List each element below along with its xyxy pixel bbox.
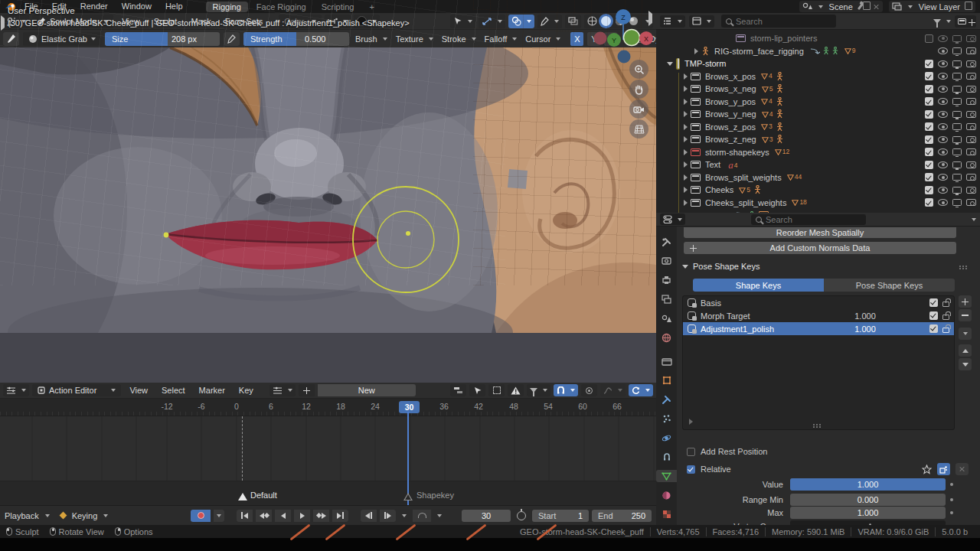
filter-popover[interactable]: [933, 19, 951, 24]
exclude-checkbox[interactable]: [925, 173, 933, 181]
exclude-checkbox[interactable]: [925, 148, 933, 156]
hide-icon[interactable]: [938, 111, 948, 118]
keying-popover[interactable]: [629, 384, 653, 396]
disclosure-icon[interactable]: [684, 174, 688, 181]
hide-icon[interactable]: [938, 123, 948, 130]
outliner-row[interactable]: Brows_y_neg 4: [656, 108, 980, 121]
filter-popover[interactable]: [527, 384, 550, 396]
shape-key-specials-button[interactable]: [959, 328, 972, 340]
disclosure-icon[interactable]: [684, 124, 688, 130]
disclosure-icon[interactable]: [684, 200, 688, 206]
animate-dot[interactable]: [950, 511, 953, 514]
add-rest-checkbox[interactable]: [687, 448, 695, 456]
outliner-row[interactable]: storm-shapekeys 12: [656, 146, 980, 159]
disclosure-icon[interactable]: [684, 161, 688, 168]
viewport-disable-icon[interactable]: [952, 187, 962, 194]
lock-icon[interactable]: [942, 315, 949, 320]
shape-key-row[interactable]: Basis: [683, 296, 954, 309]
auto-key-button[interactable]: [191, 510, 211, 522]
menu-key[interactable]: Key: [234, 386, 259, 395]
editor-type-button[interactable]: [660, 214, 685, 225]
proportional-edit-button[interactable]: [581, 384, 597, 396]
marker-lane[interactable]: [0, 481, 656, 505]
viewport-disable-icon[interactable]: [952, 161, 962, 168]
menu-view[interactable]: View: [124, 386, 153, 395]
camera-view-button[interactable]: [629, 99, 648, 119]
lock-icon[interactable]: [942, 302, 949, 307]
viewport-disable-icon[interactable]: [952, 86, 962, 93]
outliner-row[interactable]: Cheeks_split_weights 18: [656, 197, 980, 210]
tab-pose-shape-keys[interactable]: Pose Shape Keys: [824, 279, 955, 292]
vertex-group-filter-button[interactable]: [937, 463, 950, 475]
exclude-checkbox[interactable]: [925, 72, 933, 80]
disclosure-icon[interactable]: [667, 62, 673, 66]
hide-icon[interactable]: [938, 73, 948, 80]
list-expand-icon[interactable]: [689, 419, 693, 425]
vertex-group-field[interactable]: [790, 520, 946, 525]
start-frame-field[interactable]: Start1: [532, 510, 589, 522]
outliner-row[interactable]: Brows_x_pos 4: [656, 70, 980, 83]
playback-popover[interactable]: Playback: [5, 511, 50, 520]
properties-search-input[interactable]: [766, 215, 861, 224]
editor-type-button[interactable]: [660, 15, 685, 28]
tab-tool[interactable]: [656, 236, 677, 248]
viewport-disable-icon[interactable]: [952, 98, 962, 105]
marker-default-triangle[interactable]: [238, 493, 247, 500]
pan-button[interactable]: [629, 80, 648, 99]
render-disable-icon[interactable]: [966, 174, 976, 181]
hide-icon[interactable]: [938, 98, 948, 105]
disclosure-icon[interactable]: [684, 111, 688, 117]
render-disable-icon[interactable]: [966, 47, 976, 54]
hide-icon[interactable]: [938, 136, 948, 143]
render-disable-icon[interactable]: [966, 60, 976, 67]
tab-scene[interactable]: [656, 312, 677, 324]
timeline-ruler[interactable]: -12 -6 0 6 12 18 24 36 42 48 54 60 66 30: [0, 399, 656, 416]
mute-checkbox[interactable]: [929, 298, 938, 307]
animate-dot[interactable]: [950, 498, 953, 501]
play-button[interactable]: [294, 510, 310, 522]
hide-icon[interactable]: [938, 148, 948, 155]
viewport-disable-icon[interactable]: [952, 60, 962, 67]
list-resize-grip[interactable]: [813, 424, 815, 425]
render-disable-icon[interactable]: [966, 35, 976, 42]
viewport-disable-icon[interactable]: [952, 199, 962, 206]
hide-icon[interactable]: [938, 174, 948, 181]
render-disable-icon[interactable]: [966, 86, 976, 93]
exclude-checkbox[interactable]: [925, 135, 933, 144]
disclosure-icon[interactable]: [684, 86, 688, 92]
render-disable-icon[interactable]: [966, 123, 976, 130]
tab-modifiers[interactable]: [656, 393, 677, 406]
outliner-row[interactable]: Text a4: [656, 158, 980, 171]
tab-physics[interactable]: [656, 432, 677, 444]
pin-icon[interactable]: [858, 3, 863, 9]
marker-shapekey-triangle[interactable]: [403, 493, 413, 500]
menu-select[interactable]: Select: [156, 386, 191, 395]
tab-render[interactable]: [656, 255, 677, 267]
hide-icon[interactable]: [938, 47, 948, 54]
properties-search[interactable]: [751, 214, 866, 225]
hide-icon[interactable]: [938, 199, 948, 206]
tab-shape-keys[interactable]: Shape Keys: [693, 279, 824, 292]
prev-frame-button[interactable]: [361, 510, 377, 522]
exclude-checkbox[interactable]: [925, 97, 933, 106]
warning-button[interactable]: [508, 384, 524, 396]
stopwatch-icon[interactable]: [517, 511, 526, 520]
render-disable-icon[interactable]: [966, 161, 976, 168]
auto-key-dropdown[interactable]: [214, 510, 224, 522]
copy-icon[interactable]: [864, 3, 871, 10]
exclude-checkbox[interactable]: [925, 85, 933, 93]
scene-selector[interactable]: Scene: [799, 1, 883, 12]
next-keyframe-button[interactable]: [313, 510, 329, 522]
current-frame-field[interactable]: 30: [462, 510, 511, 522]
star-icon[interactable]: [922, 465, 932, 474]
render-disable-icon[interactable]: [966, 111, 976, 118]
tab-collection[interactable]: [656, 355, 677, 367]
render-disable-icon[interactable]: [966, 136, 976, 143]
outliner-row[interactable]: storm-lip_pointers: [656, 32, 980, 45]
add-shape-key-button[interactable]: [959, 295, 972, 308]
display-mode-button[interactable]: [689, 15, 714, 28]
disclosure-icon[interactable]: [684, 187, 688, 193]
close-icon[interactable]: [874, 4, 880, 10]
sync-button[interactable]: [413, 510, 431, 522]
jump-to-end-button[interactable]: [332, 510, 348, 522]
